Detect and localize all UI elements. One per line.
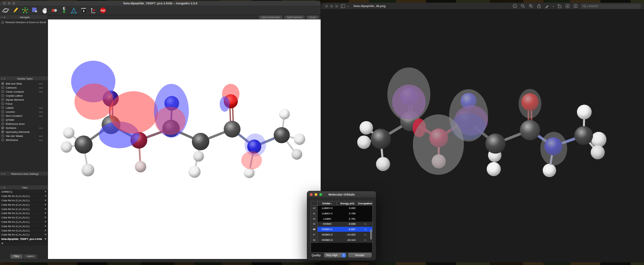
display-type-row[interactable]: Reference Axes [0,122,48,126]
orbital-row[interactable]: 39HOMO-9.658↑↓ [311,222,372,227]
orbital-column-header[interactable]: Orbital ▾ [318,202,337,205]
add-file-button[interactable]: + [0,242,48,246]
close-window-icon[interactable] [325,5,328,8]
checkbox[interactable] [1,114,4,117]
render-button[interactable]: Render [348,253,372,258]
sidebar-icon[interactable] [341,4,345,8]
energy-column-header[interactable]: Energy (eV) [337,202,358,205]
close-file-icon[interactable]: × [45,212,46,215]
close-file-icon[interactable]: × [45,208,46,211]
bond-centric-tool-icon[interactable] [50,6,59,15]
pen-circle-icon[interactable] [565,4,570,9]
checkbox[interactable]: ✓ [1,82,4,85]
checkbox[interactable] [1,110,4,113]
label-tool-icon[interactable]: Aa! [99,6,107,15]
molecule-viewport[interactable] [48,19,321,259]
file-row[interactable]: Cube file for (C₆H₁₂N₂O₂)× [0,220,48,224]
measure-tool-icon[interactable] [69,6,78,15]
checkbox[interactable] [1,90,4,93]
file-row[interactable]: Cube file for (C₆H₁₂N₂O₂)× [0,194,48,199]
file-row[interactable]: Cube file for (C₆H₁₂N₂O₂)× [0,211,48,216]
options-menu-icon[interactable]: ••• [39,82,43,85]
checkbox[interactable] [1,102,4,105]
checkbox[interactable] [1,98,4,101]
close-file-icon[interactable]: × [45,190,46,193]
reverse-zoom-row[interactable]: Reverse Direction of Zoom on Scroll [0,21,48,24]
rotate-left-icon[interactable] [557,4,562,9]
display-type-row[interactable]: Wireframe••• [0,138,48,142]
close-view-button[interactable]: Close [307,15,319,19]
close-file-icon[interactable]: × [45,229,46,232]
zoom-out-icon[interactable] [521,4,526,9]
file-row[interactable]: Cube file for (C₆H₁₂N₂O₂)× [0,199,48,203]
file-row[interactable]: Cube file for (C₆H₁₂N₂O₂)× [0,207,48,211]
split-horizontal-button[interactable]: Split Horizontal [259,15,282,19]
options-menu-icon[interactable]: ••• [39,126,43,129]
display-type-row[interactable]: Cartoons••• [0,86,48,90]
options-menu-icon[interactable]: ••• [39,106,43,109]
file-row[interactable]: Cube file for (C₆H₁₂N₂O₂)× [0,224,48,228]
options-menu-icon[interactable]: ••• [39,114,43,117]
checkbox[interactable] [1,94,4,97]
checkbox[interactable]: ✓ [1,130,4,133]
file-row[interactable]: Cube file for (C₆H₁₂N₂O₂)× [0,228,48,233]
close-panel-icon[interactable]: × [1,77,2,80]
close-file-icon[interactable]: × [45,203,46,206]
markup-pen-icon[interactable] [545,4,550,9]
import-energy-tool-icon[interactable]: E [60,6,68,15]
display-type-row[interactable]: Labels••• [0,106,48,110]
orbital-row[interactable]: 41LUMO+12.790 [311,211,372,216]
window-controls[interactable] [325,5,338,8]
chevron-down-icon[interactable]: ▾ [348,5,349,7]
chevron-down-icon[interactable]: ▾ [587,5,588,7]
display-type-row[interactable]: Crystal Lattice [0,94,48,98]
zoom-window-icon[interactable] [335,5,338,8]
markup-toolbar-icon[interactable] [573,4,578,9]
zoom-in-icon[interactable] [529,4,534,9]
checkbox[interactable] [1,118,4,121]
options-menu-icon[interactable]: ••• [39,90,43,93]
scrollbar-thumb[interactable] [370,229,372,240]
display-type-row[interactable]: Close Contacts••• [0,90,48,94]
tab-layers[interactable]: Layers [23,254,38,259]
checkbox[interactable] [1,122,4,125]
close-panel-icon[interactable]: × [1,173,2,175]
checkbox[interactable] [1,135,4,137]
close-file-icon[interactable]: × [45,199,46,202]
options-menu-icon[interactable]: ••• [39,135,43,138]
close-file-icon[interactable]: × [45,233,46,236]
navigate-tool-icon[interactable] [1,6,10,15]
split-vertical-button[interactable]: Split Vertical [284,15,305,19]
orbital-row[interactable]: 40LUMO2.751 [311,216,372,222]
orbital-row[interactable]: 38HOMO-1-9.697↑↓ [311,227,372,232]
close-file-icon[interactable]: × [45,195,46,198]
close-panel-icon[interactable]: × [1,187,2,189]
manipulate-tool-icon[interactable] [40,6,49,15]
file-row[interactable]: Cube file for (C₆H₁₂N₂O₂)× [0,216,48,220]
tab-files[interactable]: Files [10,254,22,259]
close-file-icon[interactable]: × [45,237,46,241]
plot-tool-icon[interactable] [89,6,98,15]
close-file-icon[interactable]: × [45,220,46,223]
quality-select[interactable]: Very High ▲▼ [324,253,346,258]
occupation-column-header[interactable]: Occupation [358,202,372,205]
draw-tool-icon[interactable] [11,6,20,15]
file-row[interactable]: beta-dipeptide_TDDFT_pcs-1.fchk× [0,237,48,242]
animation-tool-icon[interactable] [79,6,88,15]
checkbox[interactable]: ✓ [1,126,4,129]
options-menu-icon[interactable]: ••• [39,110,43,113]
close-file-icon[interactable]: × [45,216,46,219]
selection-tool-icon[interactable] [31,6,39,15]
template-tool-icon[interactable] [21,6,30,15]
options-menu-icon[interactable]: ••• [39,139,43,142]
checkbox[interactable] [1,21,4,24]
display-type-row[interactable]: ✓Surfaces••• [0,126,48,130]
display-type-row[interactable]: Licorice••• [0,110,48,114]
display-type-row[interactable]: ✓Symmetry Elements [0,130,48,134]
orbital-row[interactable]: 42LUMO+23.092 [311,206,372,211]
info-icon[interactable] [513,4,518,9]
close-file-icon[interactable]: × [45,225,46,228]
orbital-row[interactable]: 37HOMO-2-10.020↑↓ [311,232,372,237]
display-type-row[interactable]: Van der Waals••• [0,134,48,138]
options-menu-icon[interactable]: ••• [39,86,43,89]
